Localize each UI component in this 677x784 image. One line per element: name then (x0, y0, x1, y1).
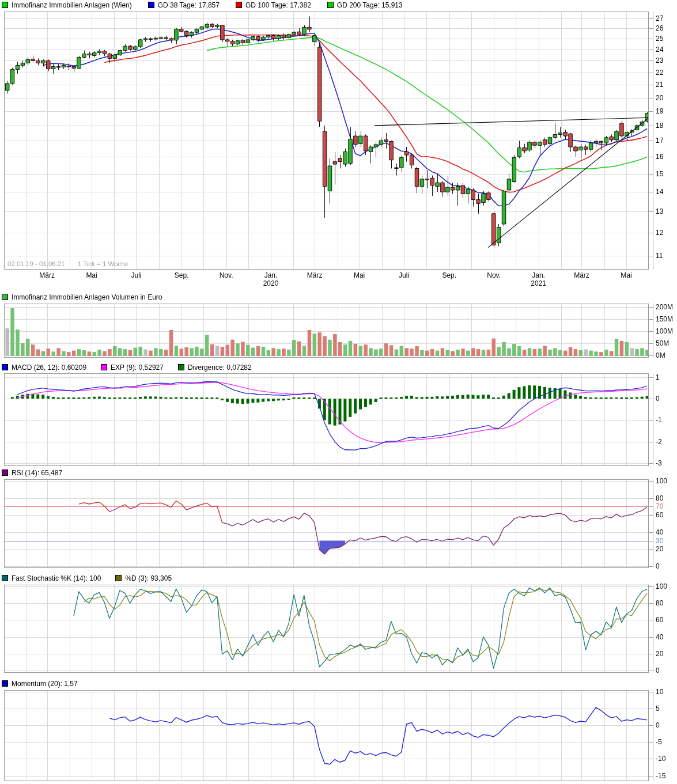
instrument-name: Immofinanz Immobilien Anlagen (Wien) (12, 1, 132, 9)
price-axis-label: 24 (656, 46, 663, 54)
volume-chip-icon (2, 294, 8, 300)
stochastic-k-chip-icon (2, 575, 8, 581)
tick-interval: 1 Tick = 1 Woche (78, 260, 128, 267)
price-axis-label: 19 (656, 107, 663, 115)
stochastic-k-legend-item: Fast Stochastic %K (14): 100 (2, 574, 101, 582)
x-axis-month-label: Mai (347, 271, 372, 279)
stochastic-d-chip-icon (115, 575, 122, 581)
price-axis-label: 18 (656, 122, 663, 130)
gd200-label: GD 200 Tage: 15,913 (337, 1, 403, 9)
x-axis-month-label: Nov. (214, 271, 239, 279)
macd-panel-legend: MACD (26, 12): 0,60209 EXP (9): 0,52927 … (2, 363, 268, 371)
price-axis-label: 26 (656, 24, 663, 32)
price-axis-label: 23 (656, 56, 663, 65)
rsi-legend-item: RSI (14): 65,487 (2, 469, 62, 477)
instrument-legend-item: Immofinanz Immobilien Anlagen (Wien) (2, 1, 132, 9)
stochastic-axis-label: 60 (656, 616, 663, 624)
price-axis-label: 11 (656, 252, 663, 260)
stochastic-axis-label: 20 (656, 650, 663, 658)
x-axis-month-label: März (35, 271, 60, 279)
price-axis-label: 13 (656, 207, 663, 215)
price-axis-label: 25 (656, 35, 663, 43)
rsi-axis-label: 0 (656, 562, 660, 570)
momentum-axis-label: 10 (656, 688, 663, 696)
x-axis-month-label: Juli (123, 271, 149, 279)
rsi-axis-label: 30 (656, 537, 663, 545)
stochastic-panel-legend: Fast Stochastic %K (14): 100 %D (3): 93,… (2, 574, 188, 582)
range-note: 02.01.19 - 01.06.211 Tick = 1 Woche (7, 260, 141, 267)
rsi-label: RSI (14): 65,487 (12, 469, 62, 477)
rsi-axis-label: 20 (656, 545, 663, 553)
stochastic-axis-label: 100 (656, 582, 667, 590)
price-axis-label: 27 (656, 14, 663, 22)
volume-axis-label: 50M (656, 339, 669, 347)
macd-chip-icon (2, 364, 8, 370)
stochastic-d-legend-item: %D (3): 93,305 (115, 574, 172, 582)
macd-axis-label: 0 (656, 395, 660, 403)
rsi-axis-label: 80 (656, 494, 663, 502)
x-axis-month-label: Jan. (526, 271, 551, 279)
x-axis-month-label: Mai (79, 271, 104, 279)
price-axis-label: 21 (656, 81, 663, 89)
stochastic-axis-label: 0 (656, 666, 660, 675)
price-axis-label: 22 (656, 69, 663, 77)
stochastic-axis-label: 40 (656, 633, 663, 641)
macd-axis-label: 1 (656, 373, 660, 381)
volume-axis-label: 150M (656, 315, 673, 323)
macd-divergence-legend-item: Divergence: 0,07282 (178, 363, 252, 372)
momentum-axis-label: 0 (656, 721, 660, 729)
volume-axis-label: 200M (656, 303, 673, 311)
rsi-axis-label: 100 (656, 477, 667, 485)
volume-axis-label: 100M (656, 327, 673, 335)
gd200-chip-icon (327, 2, 334, 8)
price-axis-label: 12 (656, 229, 663, 237)
macd-axis-label: -1 (656, 416, 662, 424)
gd100-chip-icon (236, 2, 242, 8)
x-axis-month-label: Nov. (481, 271, 506, 279)
gd200-legend-item: GD 200 Tage: 15,913 (327, 1, 403, 9)
macd-divergence-chip-icon (178, 364, 184, 370)
momentum-axis-label: -10 (656, 755, 665, 763)
gd38-chip-icon (148, 2, 154, 8)
macd-label: MACD (26, 12): 0,60209 (12, 363, 86, 372)
momentum-axis-label: -15 (656, 772, 665, 780)
macd-divergence-label: Divergence: 0,07282 (188, 363, 252, 372)
momentum-panel-legend: Momentum (20): 1,57 (2, 680, 94, 687)
x-axis-month-label: März (302, 271, 327, 279)
volume-panel-legend: Immofinanz Immobilien Anlagen Volumen in… (2, 293, 178, 301)
gd100-label: GD 100 Tage: 17,382 (245, 1, 311, 9)
momentum-axis-label: 5 (656, 705, 660, 713)
rsi-axis-label: 60 (656, 511, 663, 519)
price-axis-label: 14 (656, 188, 663, 196)
gd38-label: GD 38 Tage: 17,857 (158, 1, 220, 9)
x-axis-month-label: Juli (391, 271, 417, 279)
stock-analysis-chart: Immofinanz Immobilien Anlagen (Wien) GD … (0, 0, 677, 784)
x-axis-month-label: Sep. (169, 271, 194, 279)
rsi-panel-legend: RSI (14): 65,487 (2, 469, 78, 476)
price-axis-label: 16 (656, 153, 663, 161)
x-axis-month-label: Sep. (437, 271, 462, 279)
price-axis-label: 20 (656, 94, 663, 102)
x-axis-year-label: 2020 (258, 279, 283, 287)
gd38-legend-item: GD 38 Tage: 17,857 (148, 1, 220, 9)
momentum-legend-item: Momentum (20): 1,57 (2, 680, 78, 688)
gd100-legend-item: GD 100 Tage: 17,382 (236, 1, 311, 9)
rsi-chip-icon (2, 469, 8, 476)
momentum-chip-icon (2, 680, 8, 687)
volume-label: Immofinanz Immobilien Anlagen Volumen in… (12, 293, 162, 301)
x-axis-month-label: März (569, 271, 594, 279)
momentum-axis-label: -5 (656, 738, 662, 746)
volume-legend-item: Immofinanz Immobilien Anlagen Volumen in… (2, 293, 162, 301)
macd-exp-legend-item: EXP (9): 0,52927 (101, 363, 164, 372)
momentum-label: Momentum (20): 1,57 (12, 680, 78, 688)
stochastic-axis-label: 80 (656, 599, 663, 607)
macd-axis-label: -2 (656, 438, 662, 446)
x-axis-month-label: Jan. (258, 271, 283, 279)
macd-exp-chip-icon (101, 364, 107, 370)
price-axis-label: 15 (656, 170, 663, 178)
stochastic-k-label: Fast Stochastic %K (14): 100 (12, 574, 101, 582)
chart-canvas (0, 0, 677, 784)
volume-axis-label: 0M (656, 351, 665, 359)
rsi-axis-label: 70 (656, 502, 663, 510)
price-axis-label: 17 (656, 137, 663, 145)
